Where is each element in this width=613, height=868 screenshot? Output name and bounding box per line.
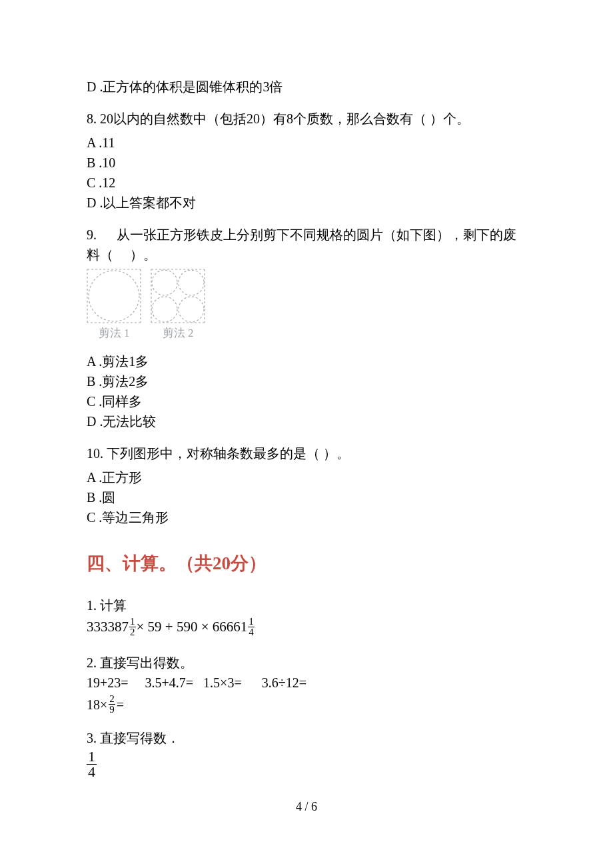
q8-option-d: D .以上答案都不对	[87, 193, 526, 213]
svg-point-9	[152, 270, 177, 295]
q9-caption-2: 剪法 2	[163, 325, 194, 342]
fraction-icon: 2 9	[109, 694, 115, 715]
q9-figures: 剪法 1 剪法 2	[87, 269, 526, 342]
q9-option-d: D .无法比较	[87, 411, 526, 431]
q8-option-a: A .11	[87, 133, 526, 153]
svg-point-10	[179, 270, 204, 295]
q9-option-c: C .同样多	[87, 391, 526, 411]
q10-option-b: B .圆	[87, 487, 526, 507]
svg-point-12	[179, 297, 204, 322]
c2-stem: 2. 直接写出得数。	[87, 653, 526, 673]
c2-row2: 18× 2 9 =	[87, 694, 526, 716]
q9-caption-1: 剪法 1	[99, 325, 130, 342]
q9-option-a: A .剪法1多	[87, 351, 526, 371]
q9-stem: 9. 从一张正方形铁皮上分别剪下不同规格的圆片（如下图），剩下的废料（ ）。	[87, 225, 526, 265]
c2-row1: 19+23= 3.5+4.7= 1.5×3= 3.6÷12=	[87, 673, 526, 693]
q10-stem: 10. 下列图形中，对称轴条数最多的是（ ）。	[87, 443, 526, 463]
section-4-title: 四、计算。（共20分）	[87, 550, 526, 577]
q8-stem: 8. 20以内的自然数中（包括20）有8个质数，那么合数有（ ）个。	[87, 109, 526, 129]
c1-part2: × 59 + 590 × 66661	[137, 617, 248, 638]
q9-option-b: B .剪法2多	[87, 371, 526, 391]
c3-stem: 3. 直接写得数．	[87, 728, 526, 748]
q9-figure-1: 剪法 1	[87, 269, 141, 342]
c2-before: 18×	[87, 695, 107, 715]
svg-point-11	[152, 297, 177, 322]
square-four-circles-icon	[151, 269, 205, 323]
q10-option-c: C .等边三角形	[87, 507, 526, 527]
fraction-icon: 1 4	[87, 749, 97, 779]
q7-option-d: D .正方体的体积是圆锥体积的3倍	[87, 77, 526, 97]
square-one-circle-icon	[87, 269, 141, 323]
fraction-icon: 1 4	[248, 617, 255, 637]
c1-expression: 333387 1 2 × 59 + 590 × 66661 1 4	[87, 617, 526, 638]
c3-fraction: 1 4	[87, 749, 526, 779]
svg-point-4	[89, 271, 139, 321]
page-number: 4 / 6	[0, 798, 613, 816]
q8-option-b: B .10	[87, 153, 526, 173]
q8-option-c: C .12	[87, 173, 526, 193]
fraction-icon: 1 2	[129, 617, 136, 637]
c1-stem: 1. 计算	[87, 595, 526, 615]
c1-part1: 333387	[87, 617, 129, 638]
q10-option-a: A .正方形	[87, 467, 526, 487]
q9-figure-2: 剪法 2	[151, 269, 205, 342]
c2-after: =	[117, 695, 124, 715]
